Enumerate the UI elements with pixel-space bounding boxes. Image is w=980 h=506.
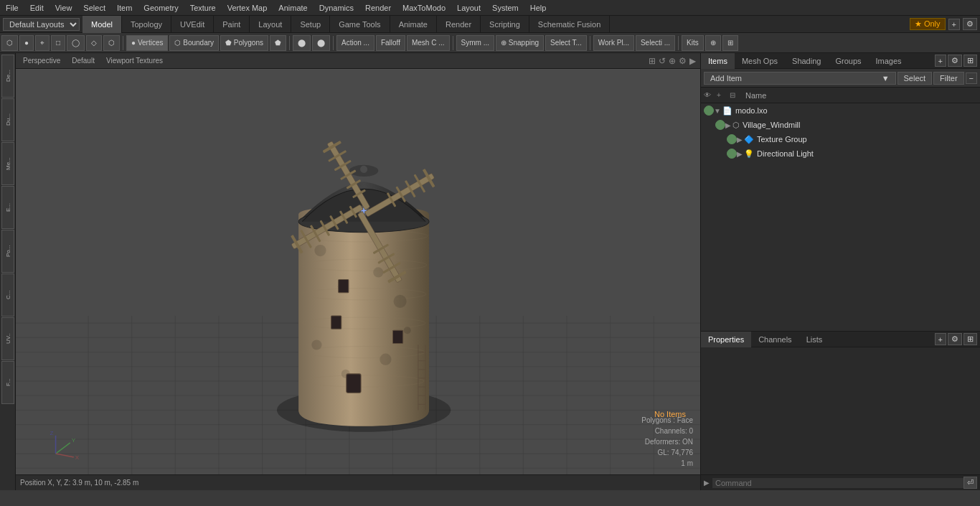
select-button[interactable]: Select [897,72,933,85]
item-expand-modo-lxo[interactable]: ▼ [714,107,721,115]
tool-grid[interactable]: ⊞ [722,35,738,51]
tab-paint[interactable]: Paint [214,16,250,33]
tool-work-pl[interactable]: Work Pl... [593,35,634,51]
menu-render[interactable]: Render [359,2,397,14]
header-folder-icon[interactable]: ⊟ [730,91,743,99]
panel-expand[interactable]: ⊞ [963,55,977,67]
item-vis-texture-group[interactable] [727,134,737,144]
layout-dropdown[interactable]: Default Layouts [3,18,80,31]
vp-icon-settings[interactable]: ⚙ [679,56,687,66]
vp-tab-textures[interactable]: Viewport Textures [103,55,166,66]
menu-edit[interactable]: Edit [24,2,50,14]
prop-tab-channels[interactable]: Channels [751,332,798,347]
prop-tab-add[interactable]: + [935,333,946,345]
vp-tab-perspective[interactable]: Perspective [20,55,63,66]
tool-hex[interactable]: ⬡ [1,35,18,51]
tool-ring[interactable]: ◯ [67,35,85,51]
tab-topology[interactable]: Topology [122,16,171,33]
filter-button[interactable]: Filter [933,72,963,85]
menu-maxtomodo[interactable]: MaxToModo [397,2,451,14]
item-vis-windmill[interactable] [715,120,725,130]
command-input[interactable] [712,478,963,488]
menu-system[interactable]: System [486,2,524,14]
prop-tab-properties[interactable]: Properties [701,332,751,347]
tool-cross[interactable]: ⌖ [35,35,50,51]
tab-schematic[interactable]: Schematic Fusion [529,16,610,33]
prop-tab-lists[interactable]: Lists [799,332,830,347]
tool-action[interactable]: Action ... [336,35,374,51]
item-row-windmill[interactable]: ▶ ⬡ Village_Windmill [701,118,980,132]
tab-render[interactable]: Render [437,16,481,33]
menu-item[interactable]: Item [111,2,138,14]
sidebar-btn-c[interactable]: C... [1,273,14,317]
prop-settings[interactable]: ⚙ [948,333,962,345]
menu-select[interactable]: Select [77,2,111,14]
tool-vertices[interactable]: ● Vertices [126,35,168,51]
sidebar-btn-po[interactable]: Po... [1,230,14,273]
tool-polygons[interactable]: ⬟ Polygons [220,35,268,51]
tool-symmetry[interactable]: Symm ... [456,35,494,51]
item-row-directional-light[interactable]: ▶ 💡 Directional Light [701,146,980,161]
sidebar-btn-f[interactable]: F... [1,361,14,404]
header-add-icon[interactable]: + [717,91,730,99]
menu-view[interactable]: View [50,2,78,14]
sidebar-btn-me[interactable]: Me... [1,142,14,185]
panel-tab-mesh-ops[interactable]: Mesh Ops [735,53,785,69]
tab-model[interactable]: Model [83,16,122,33]
tool-add[interactable]: ⊕ [705,35,721,51]
menu-texture[interactable]: Texture [184,2,222,14]
menu-geometry[interactable]: Geometry [138,2,184,14]
tool-square[interactable]: □ [51,35,65,51]
tool-boundary[interactable]: ⬡ Boundary [169,35,219,51]
menu-animate[interactable]: Animate [273,2,313,14]
panel-settings[interactable]: ⚙ [948,55,962,67]
tool-kits[interactable]: Kits [682,35,704,51]
sidebar-btn-de[interactable]: De... [1,55,14,98]
menu-dynamics[interactable]: Dynamics [314,2,359,14]
panel-tab-shading[interactable]: Shading [785,53,828,69]
panel-tab-items[interactable]: Items [701,53,735,69]
tab-layout[interactable]: Layout [250,16,291,33]
item-expand-directional-light[interactable]: ▶ [737,150,743,158]
tool-falloff[interactable]: Falloff [376,35,405,51]
tool-diamond[interactable]: ◇ [86,35,102,51]
viewport-canvas[interactable]: Y X Z No Items Polygons : Face Channels:… [16,69,700,490]
item-vis-directional-light[interactable] [727,149,737,159]
vp-icon-rotate[interactable]: ↺ [659,56,666,66]
layout-settings-button[interactable]: ⚙ [963,18,977,30]
vp-icon-play[interactable]: ▶ [689,56,696,66]
tab-setup[interactable]: Setup [291,16,330,33]
tool-mesh[interactable]: Mesh C ... [407,35,450,51]
menu-vertex-map[interactable]: Vertex Map [222,2,273,14]
tool-dot1[interactable]: ⬤ [293,35,311,51]
tool-snapping[interactable]: ⊕ Snapping [496,35,544,51]
panel-tab-images[interactable]: Images [869,53,909,69]
tab-scripting[interactable]: Scripting [481,16,529,33]
tab-animate[interactable]: Animate [390,16,437,33]
command-run-button[interactable]: ⏎ [963,477,977,489]
tab-uvedit[interactable]: UVEdit [171,16,214,33]
tool-select-t[interactable]: Select T... [545,35,587,51]
sidebar-btn-e[interactable]: E... [1,186,14,229]
item-row-modo-lxo[interactable]: ▼ 📄 modo.lxo [701,103,980,118]
add-item-button[interactable]: Add Item ▼ [704,72,896,85]
item-expand-texture-group[interactable]: ▶ [737,136,743,144]
item-vis-modo-lxo[interactable] [704,106,714,116]
item-row-texture-group[interactable]: ▶ 🔷 Texture Group [701,132,980,146]
sidebar-btn-uv[interactable]: UV.. [1,317,14,360]
vp-icon-grid[interactable]: ⊞ [649,56,656,66]
only-button[interactable]: ★ Only [910,18,946,30]
menu-file[interactable]: File [0,2,24,14]
menu-help[interactable]: Help [524,2,552,14]
tool-mode[interactable]: ⬟ [270,35,286,51]
tool-hex2[interactable]: ⬡ [103,35,120,51]
tool-dot2[interactable]: ⬤ [312,35,330,51]
sidebar-btn-du[interactable]: Du... [1,98,14,141]
tab-game-tools[interactable]: Game Tools [330,16,390,33]
tool-circle[interactable]: ● [19,35,34,51]
vp-icon-zoom[interactable]: ⊕ [669,56,676,66]
item-expand-windmill[interactable]: ▶ [725,121,731,129]
menu-layout[interactable]: Layout [451,2,486,14]
add-layout-button[interactable]: + [948,19,960,30]
prop-expand[interactable]: ⊞ [963,333,977,345]
